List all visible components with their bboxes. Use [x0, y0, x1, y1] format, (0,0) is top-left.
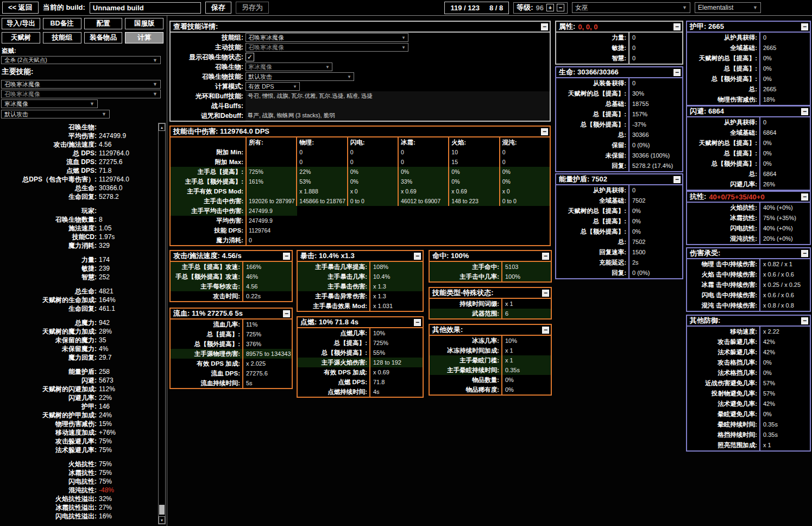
- stat-row: 法术躲避几率: 42%: [687, 347, 810, 358]
- main-skill-select-1[interactable]: 召唤寒冰魔像 ▼: [1, 80, 161, 89]
- row-label: 流血持续时间:: [171, 378, 243, 388]
- nav-button[interactable]: 天赋树: [2, 32, 40, 43]
- socket-group-select[interactable]: 召唤寒冰魔像 ▼: [246, 33, 408, 42]
- panel-armour: 护甲: 2665 − 从护具获得: 0 全域基础: 2665 天赋树的总【提高】…: [686, 21, 811, 106]
- calc-mode-select[interactable]: 有效 DPS ▼: [246, 82, 300, 91]
- minimize-button[interactable]: −: [542, 327, 549, 334]
- minimize-button[interactable]: −: [542, 290, 549, 297]
- minimize-button[interactable]: −: [673, 69, 681, 76]
- minimize-button[interactable]: −: [414, 253, 421, 260]
- stat-row: 总【提高】: 157%: [556, 109, 682, 120]
- class-select[interactable]: 女巫 ▼: [572, 2, 690, 13]
- row-label: 总【提高】:: [687, 148, 760, 159]
- stat-value: +76%: [97, 428, 158, 437]
- minion-skill-select-detail[interactable]: 默认攻击 ▼: [246, 72, 354, 81]
- minion-row: 召唤生物: 寒冰魔像 ▼: [171, 62, 550, 72]
- minion-skill-select[interactable]: 默认攻击 ▼: [1, 110, 110, 118]
- minimize-button[interactable]: −: [541, 23, 548, 30]
- damage-table-body: 附加 Min: 0 0 0 10 0 附加 Max: 0 0 0 15 0 主手…: [171, 147, 550, 206]
- stat-row: 主手源物理伤害: 89575 to 134343: [171, 349, 292, 359]
- minimize-button[interactable]: −: [542, 253, 549, 260]
- save-as-button[interactable]: 另存为: [236, 2, 269, 14]
- row-value: x 1: [502, 355, 551, 365]
- stat-label: 总魔力:: [75, 319, 97, 327]
- stat-row: 天赋树的总【提高】: 0%: [556, 206, 682, 216]
- minion-select[interactable]: 寒冰魔像 ▼: [1, 99, 98, 108]
- cell-lightning: 0%: [347, 177, 398, 186]
- row-value: x 0.25 / x 0.25: [760, 280, 810, 290]
- panel-ignite: 点燃: 10% 71.8 4s − 点燃几率: 10% 总【提高】: 725% …: [297, 316, 424, 398]
- stat-row: 手总【额外提高】攻速: 46%: [171, 272, 292, 281]
- row-value: 10.4%: [370, 272, 423, 281]
- active-skill-select[interactable]: 召唤寒冰魔像 ▼: [246, 43, 408, 52]
- nav-button[interactable]: BD备注: [43, 18, 81, 29]
- stat-row: 武器范围: 6: [430, 309, 551, 318]
- row-value: 20% (+0%): [760, 234, 810, 244]
- panel-header: 伤害承受: −: [687, 248, 810, 259]
- nav-button[interactable]: 计算: [125, 32, 163, 43]
- panel-header: 暴击: 10.4% x1.3 −: [298, 251, 423, 262]
- stat-row: 生命回复: 5278.2: [1, 192, 158, 201]
- stat-row: 保留: 0 (0%): [556, 140, 682, 151]
- stat-value: 28%: [97, 327, 158, 336]
- level-plus-button[interactable]: +: [546, 4, 554, 11]
- build-name-input[interactable]: Unnamed build: [90, 2, 201, 14]
- level-box: 等级: 96 + −: [513, 2, 568, 14]
- minimize-button[interactable]: −: [801, 250, 808, 257]
- nav-button[interactable]: 导入/导出: [2, 18, 40, 29]
- stat-label: 施法速度:: [68, 224, 97, 232]
- row-value: 46%: [243, 272, 292, 281]
- minimize-button[interactable]: −: [541, 128, 548, 135]
- row-value: 0: [630, 43, 682, 53]
- minimize-button[interactable]: −: [414, 319, 421, 326]
- row-value: 0%: [760, 148, 810, 159]
- row-value: 2665: [760, 84, 810, 95]
- scrollbar-thumb[interactable]: [159, 505, 165, 515]
- save-button[interactable]: 保存: [205, 2, 231, 14]
- minimize-button[interactable]: −: [673, 23, 681, 30]
- row-label: 攻击格挡几率:: [687, 358, 760, 368]
- row-label: 主手暴击伤害:: [298, 281, 370, 291]
- row-label: 冰霜抗性:: [687, 213, 760, 223]
- back-button[interactable]: << 返回: [2, 2, 39, 14]
- stat-value: 75%: [97, 437, 158, 446]
- stat-row: 移动速度: x 2.22: [687, 327, 810, 337]
- minimize-button[interactable]: −: [801, 193, 808, 201]
- minimize-button[interactable]: −: [283, 310, 290, 317]
- table-row: 主手击中伤害: 192026 to 287997 145866 to 21876…: [171, 196, 550, 206]
- stat-label: 天赋树的护甲加成:: [42, 411, 97, 419]
- sidebar-scrollbar[interactable]: ▲ ▼: [158, 123, 166, 524]
- row-label: 冰冻几率:: [430, 336, 502, 346]
- stat-value: 239: [97, 264, 158, 273]
- level-minus-button[interactable]: −: [557, 4, 564, 11]
- minimize-button[interactable]: −: [801, 108, 808, 115]
- row-label: 闪电 击中/持续伤害:: [687, 290, 760, 300]
- row-value: x 1.031: [370, 301, 423, 311]
- minimize-button[interactable]: −: [283, 253, 290, 260]
- row-label: 火焰抗性:: [687, 203, 760, 213]
- ascendancy-select[interactable]: Elementalist ▼: [695, 2, 761, 13]
- panel-title: 生命: 30366/30366: [559, 67, 619, 77]
- nav-button[interactable]: 配置: [84, 18, 123, 29]
- nav-button[interactable]: 装备物品: [84, 32, 123, 43]
- panel-title: 技能类型-特殊状态:: [432, 288, 494, 298]
- scroll-up-icon[interactable]: ▲: [159, 123, 165, 131]
- nav-button[interactable]: 技能组: [43, 32, 81, 43]
- row-label: 从护具获得:: [687, 117, 760, 128]
- nav-button[interactable]: 国服版: [125, 18, 163, 29]
- panel-header: 技能类型-特殊状态: −: [430, 288, 551, 299]
- scroll-down-icon[interactable]: ▼: [159, 516, 165, 524]
- show-minion-checkbox[interactable]: ✓: [246, 53, 254, 61]
- minimize-button[interactable]: −: [801, 23, 808, 30]
- minion-select-detail[interactable]: 寒冰魔像 ▼: [246, 62, 332, 71]
- stat-value: 8: [97, 215, 158, 224]
- row-label: 流血 DPS:: [171, 368, 243, 378]
- bandit-select[interactable]: 全杀 (2点天赋点) ▼: [1, 56, 161, 64]
- row-value: 5278.2 (17.4%): [630, 161, 682, 171]
- chevron-down-icon: ▼: [753, 5, 758, 10]
- minimize-button[interactable]: −: [801, 317, 808, 324]
- minimize-button[interactable]: −: [673, 176, 681, 183]
- main-skill-select-2[interactable]: 召唤寒冰魔像 ▼: [1, 90, 161, 98]
- chevron-down-icon: ▼: [682, 5, 687, 10]
- stat-value: 329: [97, 241, 158, 250]
